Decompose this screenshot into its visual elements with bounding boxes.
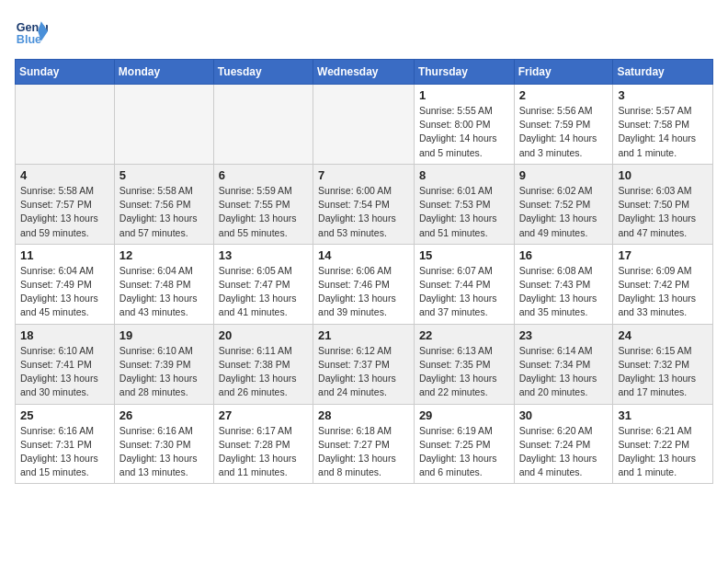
calendar-cell: 2Sunrise: 5:56 AMSunset: 7:59 PMDaylight… xyxy=(514,85,613,165)
calendar-cell: 24Sunrise: 6:15 AMSunset: 7:32 PMDayligh… xyxy=(613,324,713,404)
page-header: General Blue xyxy=(15,15,713,48)
day-number: 24 xyxy=(618,328,708,342)
calendar-cell: 16Sunrise: 6:08 AMSunset: 7:43 PMDayligh… xyxy=(514,244,613,324)
day-header-thursday: Thursday xyxy=(414,60,514,85)
day-info: Sunrise: 6:10 AMSunset: 7:39 PMDaylight:… xyxy=(119,344,209,400)
day-number: 1 xyxy=(419,88,509,102)
calendar-week-2: 4Sunrise: 5:58 AMSunset: 7:57 PMDaylight… xyxy=(16,164,713,244)
calendar-cell: 9Sunrise: 6:02 AMSunset: 7:52 PMDaylight… xyxy=(514,164,613,244)
day-info: Sunrise: 6:19 AMSunset: 7:25 PMDaylight:… xyxy=(419,424,509,480)
day-number: 8 xyxy=(419,168,509,182)
calendar-cell: 31Sunrise: 6:21 AMSunset: 7:22 PMDayligh… xyxy=(613,404,713,484)
day-info: Sunrise: 6:11 AMSunset: 7:38 PMDaylight:… xyxy=(219,344,308,400)
day-info: Sunrise: 6:14 AMSunset: 7:34 PMDaylight:… xyxy=(519,344,609,400)
calendar-cell: 14Sunrise: 6:06 AMSunset: 7:46 PMDayligh… xyxy=(313,244,415,324)
calendar-cell: 13Sunrise: 6:05 AMSunset: 7:47 PMDayligh… xyxy=(213,244,313,324)
day-number: 17 xyxy=(618,248,708,262)
calendar-cell: 22Sunrise: 6:13 AMSunset: 7:35 PMDayligh… xyxy=(414,324,514,404)
day-number: 28 xyxy=(318,408,409,422)
day-info: Sunrise: 5:56 AMSunset: 7:59 PMDaylight:… xyxy=(519,104,609,160)
day-number: 7 xyxy=(318,168,409,182)
calendar-cell: 20Sunrise: 6:11 AMSunset: 7:38 PMDayligh… xyxy=(213,324,313,404)
day-info: Sunrise: 6:21 AMSunset: 7:22 PMDaylight:… xyxy=(618,424,708,480)
calendar-header-row: SundayMondayTuesdayWednesdayThursdayFrid… xyxy=(16,60,713,85)
day-number: 25 xyxy=(20,408,109,422)
day-number: 4 xyxy=(20,168,109,182)
calendar-cell: 19Sunrise: 6:10 AMSunset: 7:39 PMDayligh… xyxy=(114,324,213,404)
day-info: Sunrise: 6:02 AMSunset: 7:52 PMDaylight:… xyxy=(519,184,609,240)
day-info: Sunrise: 6:12 AMSunset: 7:37 PMDaylight:… xyxy=(318,344,409,400)
calendar-cell: 5Sunrise: 5:58 AMSunset: 7:56 PMDaylight… xyxy=(114,164,213,244)
day-info: Sunrise: 6:16 AMSunset: 7:30 PMDaylight:… xyxy=(119,424,209,480)
day-header-wednesday: Wednesday xyxy=(313,60,415,85)
day-info: Sunrise: 6:00 AMSunset: 7:54 PMDaylight:… xyxy=(318,184,409,240)
day-info: Sunrise: 6:16 AMSunset: 7:31 PMDaylight:… xyxy=(20,424,109,480)
day-header-saturday: Saturday xyxy=(613,60,713,85)
logo: General Blue xyxy=(15,15,51,48)
day-number: 11 xyxy=(20,248,109,262)
svg-text:Blue: Blue xyxy=(17,33,41,46)
day-number: 31 xyxy=(618,408,708,422)
calendar-cell: 12Sunrise: 6:04 AMSunset: 7:48 PMDayligh… xyxy=(114,244,213,324)
day-info: Sunrise: 6:17 AMSunset: 7:28 PMDaylight:… xyxy=(219,424,308,480)
day-number: 29 xyxy=(419,408,509,422)
day-header-monday: Monday xyxy=(114,60,213,85)
day-info: Sunrise: 6:13 AMSunset: 7:35 PMDaylight:… xyxy=(419,344,509,400)
calendar-cell: 28Sunrise: 6:18 AMSunset: 7:27 PMDayligh… xyxy=(313,404,415,484)
calendar-cell xyxy=(114,85,213,165)
calendar-cell: 26Sunrise: 6:16 AMSunset: 7:30 PMDayligh… xyxy=(114,404,213,484)
day-number: 13 xyxy=(219,248,308,262)
calendar-week-5: 25Sunrise: 6:16 AMSunset: 7:31 PMDayligh… xyxy=(16,404,713,484)
day-number: 15 xyxy=(419,248,509,262)
day-info: Sunrise: 6:09 AMSunset: 7:42 PMDaylight:… xyxy=(618,264,708,320)
calendar-cell: 23Sunrise: 6:14 AMSunset: 7:34 PMDayligh… xyxy=(514,324,613,404)
calendar-week-4: 18Sunrise: 6:10 AMSunset: 7:41 PMDayligh… xyxy=(16,324,713,404)
calendar-cell: 8Sunrise: 6:01 AMSunset: 7:53 PMDaylight… xyxy=(414,164,514,244)
day-number: 22 xyxy=(419,328,509,342)
day-number: 18 xyxy=(20,328,109,342)
day-info: Sunrise: 6:03 AMSunset: 7:50 PMDaylight:… xyxy=(618,184,708,240)
calendar-cell xyxy=(313,85,415,165)
day-number: 2 xyxy=(519,88,609,102)
calendar-cell: 17Sunrise: 6:09 AMSunset: 7:42 PMDayligh… xyxy=(613,244,713,324)
day-number: 3 xyxy=(618,88,708,102)
day-info: Sunrise: 5:58 AMSunset: 7:56 PMDaylight:… xyxy=(119,184,209,240)
day-info: Sunrise: 6:05 AMSunset: 7:47 PMDaylight:… xyxy=(219,264,308,320)
day-info: Sunrise: 5:55 AMSunset: 8:00 PMDaylight:… xyxy=(419,104,509,160)
calendar-cell: 25Sunrise: 6:16 AMSunset: 7:31 PMDayligh… xyxy=(16,404,115,484)
day-info: Sunrise: 6:15 AMSunset: 7:32 PMDaylight:… xyxy=(618,344,708,400)
calendar-cell xyxy=(16,85,115,165)
day-info: Sunrise: 6:01 AMSunset: 7:53 PMDaylight:… xyxy=(419,184,509,240)
day-header-sunday: Sunday xyxy=(16,60,115,85)
calendar-cell: 3Sunrise: 5:57 AMSunset: 7:58 PMDaylight… xyxy=(613,85,713,165)
day-number: 19 xyxy=(119,328,209,342)
day-number: 23 xyxy=(519,328,609,342)
day-info: Sunrise: 5:59 AMSunset: 7:55 PMDaylight:… xyxy=(219,184,308,240)
calendar-cell: 1Sunrise: 5:55 AMSunset: 8:00 PMDaylight… xyxy=(414,85,514,165)
day-header-friday: Friday xyxy=(514,60,613,85)
calendar-cell: 21Sunrise: 6:12 AMSunset: 7:37 PMDayligh… xyxy=(313,324,415,404)
day-number: 30 xyxy=(519,408,609,422)
day-info: Sunrise: 6:10 AMSunset: 7:41 PMDaylight:… xyxy=(20,344,109,400)
logo-icon: General Blue xyxy=(15,15,48,48)
day-number: 16 xyxy=(519,248,609,262)
calendar-table: SundayMondayTuesdayWednesdayThursdayFrid… xyxy=(15,59,713,484)
day-number: 10 xyxy=(618,168,708,182)
day-number: 9 xyxy=(519,168,609,182)
calendar-cell xyxy=(213,85,313,165)
calendar-cell: 18Sunrise: 6:10 AMSunset: 7:41 PMDayligh… xyxy=(16,324,115,404)
calendar-cell: 11Sunrise: 6:04 AMSunset: 7:49 PMDayligh… xyxy=(16,244,115,324)
calendar-cell: 15Sunrise: 6:07 AMSunset: 7:44 PMDayligh… xyxy=(414,244,514,324)
calendar-cell: 29Sunrise: 6:19 AMSunset: 7:25 PMDayligh… xyxy=(414,404,514,484)
calendar-cell: 7Sunrise: 6:00 AMSunset: 7:54 PMDaylight… xyxy=(313,164,415,244)
calendar-cell: 30Sunrise: 6:20 AMSunset: 7:24 PMDayligh… xyxy=(514,404,613,484)
day-info: Sunrise: 6:07 AMSunset: 7:44 PMDaylight:… xyxy=(419,264,509,320)
day-info: Sunrise: 6:04 AMSunset: 7:48 PMDaylight:… xyxy=(119,264,209,320)
calendar-cell: 6Sunrise: 5:59 AMSunset: 7:55 PMDaylight… xyxy=(213,164,313,244)
day-number: 6 xyxy=(219,168,308,182)
day-info: Sunrise: 5:58 AMSunset: 7:57 PMDaylight:… xyxy=(20,184,109,240)
calendar-week-1: 1Sunrise: 5:55 AMSunset: 8:00 PMDaylight… xyxy=(16,85,713,165)
calendar-cell: 4Sunrise: 5:58 AMSunset: 7:57 PMDaylight… xyxy=(16,164,115,244)
day-info: Sunrise: 6:04 AMSunset: 7:49 PMDaylight:… xyxy=(20,264,109,320)
day-info: Sunrise: 6:20 AMSunset: 7:24 PMDaylight:… xyxy=(519,424,609,480)
